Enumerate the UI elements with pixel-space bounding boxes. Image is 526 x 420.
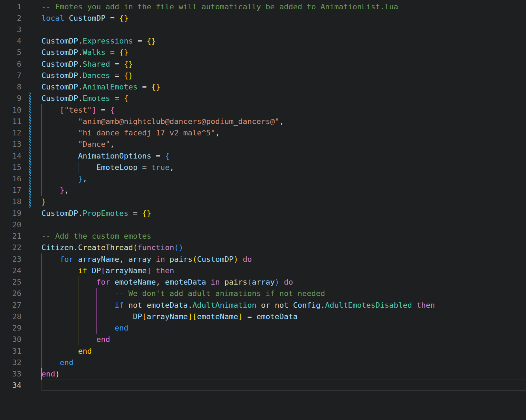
line-number[interactable]: 12 (0, 127, 21, 139)
code-token: [ (60, 106, 64, 114)
code-token: ( (192, 255, 197, 264)
code-token (41, 140, 78, 149)
code-editor[interactable]: 1-- Emotes you add in the file will auto… (0, 0, 526, 420)
code-line-text[interactable]: end (41, 345, 92, 357)
code-line-text[interactable]: -- We don't add adult animations if not … (41, 288, 325, 299)
code-token: . (78, 37, 83, 45)
code-line: 30 end (0, 334, 526, 345)
code-line-text[interactable]: "Dance", (41, 139, 115, 150)
code-line: 7CustomDP.Dances = {} (0, 70, 526, 81)
line-number[interactable]: 14 (0, 150, 21, 162)
code-line-text[interactable]: for emoteName, emoteData in pairs(array)… (41, 276, 293, 288)
code-line-text[interactable]: CustomDP.Expressions = {} (41, 35, 156, 47)
code-line-text[interactable]: CustomDP.Dances = {} (41, 70, 133, 81)
line-number[interactable]: 25 (0, 276, 21, 288)
code-line: 29 end (0, 322, 526, 334)
line-number[interactable]: 17 (0, 184, 21, 196)
code-line-text[interactable]: EmoteLoop = true, (41, 162, 174, 173)
line-number[interactable]: 31 (0, 345, 21, 357)
code-line-text[interactable]: -- Emotes you add in the file will autom… (41, 1, 398, 12)
code-line-text[interactable]: CustomDP.AnimalEmotes = {} (41, 81, 160, 93)
code-line-text[interactable]: end (41, 322, 128, 334)
code-line-text[interactable]: CustomDP.Walks = {} (41, 47, 128, 58)
line-number[interactable]: 34 (0, 380, 21, 391)
code-line-text[interactable]: }, (41, 184, 69, 196)
code-token (41, 152, 78, 160)
code-line-text[interactable]: ["test"] = { (41, 104, 115, 116)
code-token: {} (151, 83, 161, 91)
line-number[interactable]: 22 (0, 242, 21, 253)
line-number[interactable]: 15 (0, 162, 21, 173)
code-token: = (115, 60, 124, 68)
line-number[interactable]: 4 (0, 35, 21, 47)
code-token: . (188, 301, 192, 309)
line-number[interactable]: 16 (0, 173, 21, 184)
line-number[interactable]: 30 (0, 334, 21, 345)
line-number[interactable]: 19 (0, 208, 21, 219)
line-number[interactable]: 9 (0, 93, 21, 104)
line-number[interactable]: 26 (0, 288, 21, 299)
code-line: 16 }, (0, 173, 526, 184)
code-token (41, 312, 133, 321)
line-number[interactable]: 5 (0, 47, 21, 58)
code-line-text[interactable]: CustomDP.Shared = {} (41, 58, 133, 70)
code-line-text[interactable]: CustomDP.Emotes = { (41, 93, 128, 104)
code-line-text[interactable]: -- Add the custom emotes (41, 230, 151, 242)
code-token: = (133, 209, 142, 218)
code-token: { (124, 94, 128, 103)
line-number[interactable]: 10 (0, 104, 21, 116)
line-number[interactable]: 24 (0, 265, 21, 276)
code-token: = (115, 71, 124, 80)
code-line-text[interactable]: end (41, 357, 74, 368)
line-number[interactable]: 13 (0, 139, 21, 150)
line-number[interactable]: 27 (0, 299, 21, 311)
line-number[interactable]: 7 (0, 70, 21, 81)
line-number[interactable]: 33 (0, 368, 21, 380)
code-token: , (110, 140, 115, 149)
code-line: 9CustomDP.Emotes = { (0, 93, 526, 104)
line-number[interactable]: 11 (0, 116, 21, 127)
code-token: CustomDP (41, 71, 78, 80)
line-number[interactable]: 21 (0, 230, 21, 242)
code-line-text[interactable]: if DP[arrayName] then (41, 265, 174, 276)
code-token: = (110, 14, 119, 22)
code-line-text[interactable]: "hi_dance_facedj_17_v2_male^5", (41, 127, 220, 139)
code-line-text[interactable]: Citizen.CreateThread(function() (41, 242, 183, 253)
code-line-text[interactable]: DP[arrayName][emoteName] = emoteData (41, 311, 298, 322)
line-number[interactable]: 23 (0, 254, 21, 265)
code-token: true (151, 163, 170, 172)
line-number[interactable]: 1 (0, 1, 21, 12)
code-line-text[interactable]: CustomDP.PropEmotes = {} (41, 208, 151, 219)
code-line-text[interactable]: if not emoteData.AdultAnimation or not C… (41, 299, 435, 311)
code-token: , (156, 278, 165, 286)
code-token (41, 266, 78, 275)
line-number[interactable]: 20 (0, 219, 21, 230)
code-token (41, 289, 115, 298)
code-line: 14 AnimationOptions = { (0, 150, 526, 162)
code-line-text[interactable]: end (41, 334, 110, 345)
line-number[interactable]: 32 (0, 357, 21, 368)
line-number[interactable]: 2 (0, 12, 21, 24)
code-token: ] (92, 106, 101, 114)
code-token: ] (147, 266, 156, 275)
code-line: 19CustomDP.PropEmotes = {} (0, 208, 526, 219)
code-line-text[interactable]: AnimationOptions = { (41, 150, 170, 162)
code-line-text[interactable]: end) (41, 368, 60, 380)
line-number[interactable]: 29 (0, 322, 21, 334)
line-number[interactable]: 8 (0, 81, 21, 93)
code-token: . (321, 301, 325, 309)
code-line: 28 DP[arrayName][emoteName] = emoteData (0, 311, 526, 322)
code-line-text[interactable]: for arrayName, array in pairs(CustomDP) … (41, 254, 252, 265)
code-line-text[interactable]: } (41, 196, 46, 207)
code-token: , (83, 174, 87, 183)
line-number[interactable]: 18 (0, 196, 21, 207)
code-token: array (252, 278, 275, 286)
code-line: 2local CustomDP = {} (0, 12, 526, 24)
line-number[interactable]: 3 (0, 24, 21, 35)
code-line-text[interactable]: }, (41, 173, 87, 184)
line-number[interactable]: 6 (0, 58, 21, 70)
code-token: {} (147, 37, 156, 45)
line-number[interactable]: 28 (0, 311, 21, 322)
code-line-text[interactable]: local CustomDP = {} (41, 12, 128, 24)
code-line-text[interactable]: "anim@amb@nightclub@dancers@podium_dance… (41, 116, 284, 127)
